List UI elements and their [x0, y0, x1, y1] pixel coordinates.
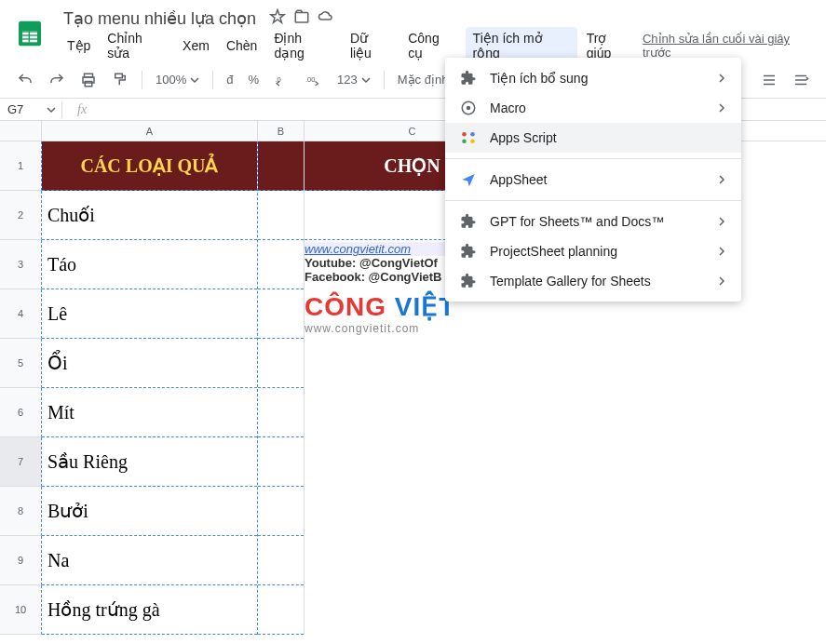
cell[interactable]	[258, 289, 304, 339]
col-header-a[interactable]: A	[42, 121, 258, 141]
menu-data[interactable]: Dữ liệu	[343, 27, 399, 64]
menu-file[interactable]: Tệp	[60, 34, 98, 57]
chevron-right-icon	[717, 71, 726, 86]
row-header[interactable]: 7	[0, 437, 42, 487]
dec-increase-button[interactable]: .00	[300, 66, 328, 94]
svg-rect-5	[29, 31, 30, 42]
more-button[interactable]	[787, 66, 815, 94]
cell[interactable]: Ổi	[42, 339, 257, 388]
last-edit-link[interactable]: Chỉnh sửa lần cuối vài giây trước	[643, 32, 815, 60]
cell[interactable]: Chuối	[42, 191, 257, 240]
addon-icon	[460, 273, 477, 289]
align-button[interactable]	[755, 66, 783, 94]
cell[interactable]	[258, 339, 304, 388]
svg-point-14	[467, 106, 471, 111]
col-header-b[interactable]: B	[258, 121, 305, 141]
menu-view[interactable]: Xem	[175, 34, 217, 57]
cell[interactable]: Táo	[42, 240, 257, 289]
name-box[interactable]: G7	[0, 102, 47, 116]
cell[interactable]: Sầu Riêng	[42, 437, 257, 487]
appsheet-icon	[460, 171, 477, 188]
cell[interactable]: Na	[42, 536, 257, 585]
svg-point-15	[462, 132, 467, 137]
cell[interactable]	[258, 536, 304, 585]
cloud-icon[interactable]	[318, 8, 334, 29]
zoom-select[interactable]: 100%	[150, 69, 205, 90]
currency-button[interactable]: đ	[221, 69, 238, 90]
cell[interactable]: Hồng trứng gà	[42, 585, 257, 635]
menu-edit[interactable]: Chỉnh sửa	[100, 27, 173, 64]
dd-appsheet[interactable]: AppSheet	[445, 165, 741, 195]
record-icon	[460, 100, 477, 116]
svg-point-18	[470, 140, 475, 144]
menubar: Tệp Chỉnh sửa Xem Chèn Định dạng Dữ liệu…	[60, 32, 815, 60]
dd-gpt[interactable]: GPT for Sheets™ and Docs™	[445, 207, 741, 236]
chevron-right-icon	[717, 172, 726, 187]
cell-b1[interactable]	[258, 141, 304, 191]
formula-label: fx	[68, 102, 96, 117]
row-header[interactable]: 8	[0, 487, 42, 536]
addon-icon	[460, 243, 477, 260]
cell[interactable]	[258, 585, 304, 635]
addon-icon	[460, 213, 477, 230]
cell-a1[interactable]: CÁC LOẠI QUẢ	[42, 141, 257, 191]
dd-projectsheet[interactable]: ProjectSheet planning	[445, 236, 741, 266]
chevron-right-icon	[717, 101, 726, 115]
menu-format[interactable]: Định dạng	[266, 27, 341, 64]
dd-template-gallery[interactable]: Template Gallery for Sheets	[445, 266, 741, 296]
cell[interactable]	[258, 388, 304, 437]
cell[interactable]: Lê	[42, 289, 257, 339]
svg-rect-6	[295, 13, 308, 23]
svg-rect-10	[115, 74, 123, 78]
svg-point-17	[470, 132, 475, 137]
cell[interactable]: Bưởi	[42, 487, 257, 536]
row-header[interactable]: 10	[0, 585, 42, 635]
row-header[interactable]: 4	[0, 289, 42, 339]
undo-button[interactable]	[11, 66, 39, 94]
cell[interactable]	[258, 240, 304, 289]
dec-decrease-button[interactable]: .0	[268, 66, 296, 94]
puzzle-icon	[460, 70, 477, 87]
menu-insert[interactable]: Chèn	[219, 34, 264, 57]
chevron-right-icon	[717, 244, 726, 259]
redo-button[interactable]	[43, 66, 71, 94]
star-icon[interactable]	[269, 8, 286, 29]
move-icon[interactable]	[293, 8, 310, 29]
cell[interactable]	[258, 437, 304, 487]
svg-text:.00: .00	[305, 74, 315, 83]
paint-format-button[interactable]	[106, 66, 134, 94]
row-header[interactable]: 1	[0, 141, 42, 191]
sheets-logo[interactable]	[11, 15, 48, 52]
cell[interactable]	[258, 487, 304, 536]
row-header[interactable]: 9	[0, 536, 42, 585]
row-header[interactable]: 6	[0, 388, 42, 437]
cell[interactable]: Mít	[42, 388, 257, 437]
chevron-right-icon	[717, 214, 726, 229]
print-button[interactable]	[74, 66, 102, 94]
chevron-down-icon[interactable]	[47, 101, 56, 118]
dd-macro[interactable]: Macro	[445, 93, 741, 123]
extensions-dropdown: Tiện ích bổ sung Macro Apps Script AppSh…	[445, 58, 741, 302]
dd-addons[interactable]: Tiện ích bổ sung	[445, 63, 741, 93]
row-header[interactable]: 5	[0, 339, 42, 388]
row-header[interactable]: 2	[0, 191, 42, 240]
apps-script-icon	[460, 129, 477, 146]
percent-button[interactable]: %	[242, 69, 264, 90]
row-header[interactable]: 3	[0, 240, 42, 289]
chevron-right-icon	[717, 274, 726, 288]
more-formats-button[interactable]: 123	[332, 69, 376, 90]
select-all-corner[interactable]	[0, 121, 42, 141]
svg-point-16	[462, 140, 467, 144]
cell[interactable]	[258, 191, 304, 240]
dd-apps-script[interactable]: Apps Script	[445, 123, 741, 153]
